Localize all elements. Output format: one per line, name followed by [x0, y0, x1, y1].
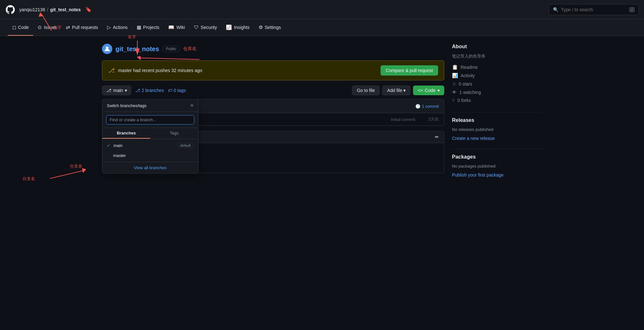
nav-projects[interactable]: ▦ Projects	[132, 19, 164, 36]
sidebar-watching-item[interactable]: 👁 1 watching	[452, 88, 542, 96]
dropdown-title: Switch branches/tags	[107, 103, 147, 108]
search-box[interactable]: 🔍 /	[549, 4, 639, 15]
file-time: 3天前	[428, 116, 439, 122]
search-input[interactable]	[561, 7, 627, 12]
nav-wiki-label: Wiki	[176, 25, 185, 30]
nav-issues[interactable]: ⊙ Issues	[33, 19, 61, 36]
pr-icon: ⇄	[66, 24, 70, 30]
branch-fork-icon: ⎇	[135, 88, 140, 93]
bookmark-icon[interactable]: 🔖	[85, 6, 92, 13]
sidebar-forks-item[interactable]: ⑂ 0 forks	[452, 96, 542, 104]
toolbar: ⎇ main ▾ ⎇ 2 branches 🏷 0 tags Go to fil…	[102, 86, 444, 95]
code-btn-chevron: ▾	[437, 88, 440, 93]
toolbar-right: Go to file Add file ▾ <> Code ▾	[352, 86, 444, 95]
code-icon: ◻	[12, 24, 16, 30]
nav-wiki[interactable]: 📖 Wiki	[164, 19, 189, 36]
push-notice-message: master had recent pushes 32 minutes ago	[118, 68, 202, 73]
actions-icon: ▷	[107, 24, 111, 30]
fork-icon: ⑂	[452, 97, 455, 103]
compare-pull-request-button[interactable]: Compare & pull request	[381, 65, 438, 76]
code-brackets-icon: <>	[418, 88, 423, 93]
branch-btn-chevron: ▾	[125, 88, 127, 93]
code-button[interactable]: <> Code ▾	[413, 86, 444, 95]
nav-settings[interactable]: ⚙ Settings	[254, 19, 286, 36]
tab-tags[interactable]: Tags	[150, 128, 198, 139]
dropdown-search-area	[102, 112, 198, 128]
eye-icon: 👁	[452, 89, 457, 95]
sidebar-packages-title: Packages	[452, 154, 542, 160]
dropdown-close-button[interactable]: ×	[190, 103, 194, 108]
breadcrumb: yanqiu12138 / git_test_notes 🔖	[19, 6, 92, 13]
username-link[interactable]: yanqiu12138	[19, 7, 45, 12]
add-file-button[interactable]: Add file ▾	[382, 86, 410, 95]
push-notice-text: ⎇ master had recent pushes 32 minutes ag…	[108, 67, 202, 74]
branch-push-icon: ⎇	[108, 67, 115, 74]
readme-link-text[interactable]: Readme	[461, 65, 478, 70]
nav-code-label: Code	[18, 25, 29, 30]
search-icon: 🔍	[553, 7, 558, 12]
default-badge: default	[177, 143, 194, 148]
svg-text:分支名: 分支名	[23, 176, 35, 181]
branch-selector-button[interactable]: ⎇ main ▾	[102, 86, 131, 95]
add-file-label: Add file	[387, 88, 402, 93]
branches-count-link[interactable]: ⎇ 2 branches	[135, 88, 164, 93]
nav-code[interactable]: ◻ Code	[8, 19, 33, 36]
branch-search-input[interactable]	[106, 115, 194, 124]
tags-count-link[interactable]: 🏷 0 tags	[168, 88, 186, 93]
branch-check-icon: ✓	[107, 143, 110, 148]
sidebar-about-section: About 笔记导入的先导库 📋 Readme 📊 Activity ☆ 0 s…	[452, 44, 542, 104]
nav-settings-label: Settings	[265, 25, 281, 30]
sidebar-divider-1	[452, 112, 542, 112]
activity-icon: 📊	[452, 73, 458, 78]
nav-insights[interactable]: 📈 Insights	[221, 19, 254, 36]
sidebar-releases-section: Releases No releases published Create a …	[452, 117, 542, 141]
activity-link-text[interactable]: Activity	[461, 73, 475, 78]
publish-package-link[interactable]: Publish your first package	[452, 172, 503, 178]
tab-branches[interactable]: Branches	[102, 128, 150, 139]
svg-point-0	[106, 47, 108, 49]
sidebar-stars-item[interactable]: ☆ 0 stars	[452, 80, 542, 88]
branch-name-main: main	[114, 143, 123, 148]
repo-header-area: git_test_notes Public 仓库名 名字	[102, 44, 444, 54]
insights-icon: 📈	[226, 24, 232, 30]
tags-count-text: 0 tags	[174, 88, 186, 93]
edit-icon[interactable]: ✏	[435, 134, 439, 140]
view-all-branches-link[interactable]: View all branches	[102, 162, 198, 173]
projects-icon: ▦	[137, 24, 141, 30]
push-notice: ⎇ master had recent pushes 32 minutes ag…	[102, 60, 444, 80]
branch-item-master[interactable]: master	[102, 151, 198, 160]
search-shortcut: /	[629, 7, 635, 12]
nav-pull-requests[interactable]: ⇄ Pull requests	[61, 19, 103, 36]
branch-dropdown: Switch branches/tags × Branches Tags ✓ m…	[102, 99, 198, 174]
nav-actions[interactable]: ▷ Actions	[103, 19, 132, 36]
branch-item-main[interactable]: ✓ main default	[102, 140, 198, 151]
goto-file-button[interactable]: Go to file	[352, 86, 380, 95]
dropdown-tabs: Branches Tags	[102, 128, 198, 139]
nav-pr-label: Pull requests	[72, 25, 98, 30]
nav-insights-label: Insights	[234, 25, 249, 30]
tag-icon: 🏷	[168, 88, 172, 93]
branch-btn-label: main	[113, 88, 123, 93]
commit-count-display[interactable]: 1 commit	[422, 104, 439, 109]
visibility-badge: Public	[162, 46, 180, 52]
github-logo[interactable]	[5, 5, 15, 15]
history-icon: 🕐	[415, 104, 420, 109]
svg-line-8	[50, 170, 84, 179]
repo-header: git_test_notes Public 仓库名	[102, 44, 444, 54]
wiki-icon: 📖	[168, 24, 174, 30]
nav-projects-label: Projects	[143, 25, 160, 30]
sidebar-packages-section: Packages No packages published Publish y…	[452, 154, 542, 178]
nav-security-label: Security	[201, 25, 217, 30]
sidebar-readme-link[interactable]: 📋 Readme	[452, 63, 542, 71]
code-btn-label: Code	[425, 88, 436, 93]
sidebar-activity-link[interactable]: 📊 Activity	[452, 71, 542, 80]
content-area: git_test_notes Public 仓库名 名字 ⎇ m	[102, 44, 444, 185]
create-release-link[interactable]: Create a new release	[452, 136, 495, 141]
sidebar-divider-2	[452, 149, 542, 149]
repo-link[interactable]: git_test_notes	[50, 7, 81, 12]
branch-meta: ⎇ 2 branches 🏷 0 tags	[135, 88, 186, 93]
settings-icon: ⚙	[259, 24, 263, 30]
repo-name-link[interactable]: git_test_notes	[115, 45, 159, 53]
branch-btn-icon: ⎇	[106, 88, 111, 93]
nav-security[interactable]: 🛡 Security	[189, 19, 222, 36]
